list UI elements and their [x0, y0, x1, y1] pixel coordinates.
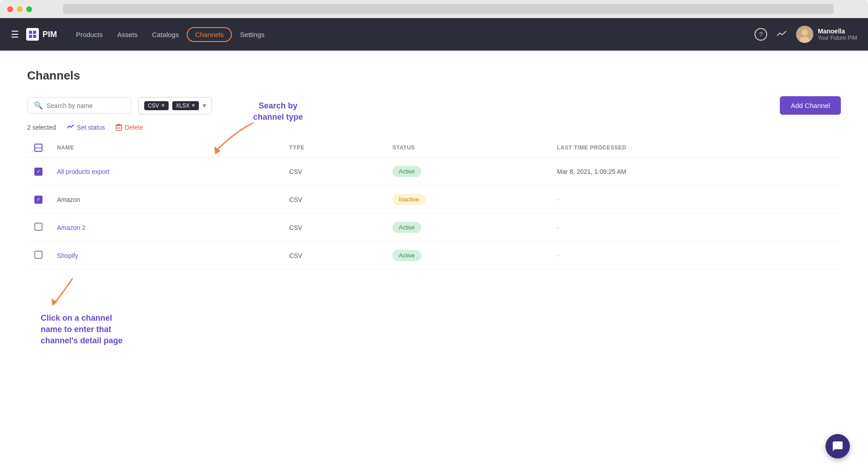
svg-rect-11	[118, 124, 120, 125]
nav-catalogs[interactable]: Catalogs	[146, 27, 185, 42]
add-channel-button[interactable]: Add Channel	[780, 96, 841, 115]
indeterminate-icon: —	[35, 144, 42, 151]
toolbar: 🔍 CSV ✕ XLSX ✕ ▾ Add Channel	[27, 96, 841, 115]
status-badge: Active	[392, 166, 421, 177]
user-info: Manoella Your Future PIM	[818, 28, 857, 41]
row-checkbox-1[interactable]: ✓	[34, 168, 42, 176]
svg-rect-7	[116, 126, 122, 131]
search-input[interactable]	[47, 102, 124, 109]
dot-red[interactable]	[7, 6, 13, 12]
svg-rect-1	[33, 31, 36, 34]
page-title: Channels	[27, 69, 841, 83]
main-content: Channels 🔍 CSV ✕ XLSX ✕ ▾ Add Channel 2 …	[0, 51, 868, 472]
svg-point-5	[802, 29, 808, 36]
chat-bubble[interactable]	[826, 434, 850, 458]
nav-channels[interactable]: Channels	[187, 27, 231, 42]
url-bar[interactable]	[63, 4, 834, 14]
delete-icon	[116, 124, 122, 131]
delete-label: Delete	[125, 124, 143, 131]
avatar	[796, 26, 813, 43]
filter-tag-xlsx-label: XLSX	[176, 103, 190, 109]
dot-yellow[interactable]	[17, 6, 23, 12]
svg-marker-13	[52, 299, 57, 306]
channel-link-4[interactable]: Shopify	[57, 252, 78, 259]
row-name: All products export	[50, 158, 282, 186]
search-box[interactable]: 🔍	[27, 97, 131, 114]
topnav: ☰ PIM Products Assets Catalogs Channels …	[0, 18, 868, 51]
row-status: Active	[385, 158, 550, 186]
select-all-checkbox[interactable]: —	[34, 144, 42, 152]
bulk-actions: 2 selected Set status Delete	[27, 124, 841, 131]
header-last-processed: LAST TIME PROCESSED	[550, 138, 841, 158]
delete-button[interactable]: Delete	[116, 124, 143, 131]
row-checkbox-cell: ✓	[27, 186, 50, 214]
nav-settings[interactable]: Settings	[234, 27, 271, 42]
row-last-processed: -	[550, 242, 841, 270]
window-chrome	[0, 0, 868, 18]
status-badge: Active	[392, 250, 421, 261]
set-status-button[interactable]: Set status	[67, 124, 105, 131]
channel-link-3[interactable]: Amazon 2	[57, 224, 85, 231]
row-checkbox-3[interactable]	[34, 223, 42, 231]
channels-table: — NAME TYPE STATUS LAST TIME PROCESSED ✓…	[27, 138, 841, 270]
annotation-text-click: Click on a channelname to enter thatchan…	[41, 313, 123, 347]
channel-link-1[interactable]: All products export	[57, 168, 109, 175]
row-checkbox-cell	[27, 242, 50, 270]
hamburger-icon[interactable]: ☰	[11, 29, 19, 40]
pim-logo[interactable]: PIM	[26, 28, 57, 41]
header-type: TYPE	[282, 138, 385, 158]
filter-dropdown[interactable]: CSV ✕ XLSX ✕ ▾	[138, 97, 212, 114]
header-status: STATUS	[385, 138, 550, 158]
row-last-processed: -	[550, 214, 841, 242]
status-badge: Active	[392, 222, 421, 233]
row-type: CSV	[282, 214, 385, 242]
row-type: CSV	[282, 242, 385, 270]
row-name: Amazon 2	[50, 214, 282, 242]
user-subtitle: Your Future PIM	[818, 35, 857, 41]
annotation-arrow-click	[45, 274, 81, 310]
row-checkbox-2[interactable]: ✓	[34, 196, 42, 204]
logo-text: PIM	[42, 30, 57, 39]
set-status-label: Set status	[77, 124, 105, 131]
row-name: Shopify	[50, 242, 282, 270]
row-checkbox-cell: ✓	[27, 158, 50, 186]
row-last-processed: -	[550, 186, 841, 214]
annotation-click-channel: Click on a channelname to enter thatchan…	[41, 297, 123, 347]
svg-rect-0	[29, 31, 32, 34]
set-status-icon	[67, 124, 74, 131]
search-icon: 🔍	[34, 101, 43, 110]
svg-rect-2	[29, 35, 32, 38]
logo-icon	[26, 28, 39, 41]
table-row: Amazon 2CSVActive-	[27, 214, 841, 242]
nav-assets[interactable]: Assets	[111, 27, 144, 42]
filter-tag-xlsx: XLSX ✕	[172, 101, 199, 110]
filter-tag-csv-remove[interactable]: ✕	[161, 103, 165, 108]
row-name: Amazon	[50, 186, 282, 214]
channel-link-2[interactable]: Amazon	[57, 196, 80, 203]
topnav-right: ? Manoella Your Future PIM	[755, 26, 857, 43]
row-last-processed: Mar 8, 2021, 1:09:25 AM	[550, 158, 841, 186]
table-row: ShopifyCSVActive-	[27, 242, 841, 270]
dot-green[interactable]	[26, 6, 32, 12]
help-icon[interactable]: ?	[755, 28, 767, 41]
nav-products[interactable]: Products	[70, 27, 109, 42]
header-checkbox-cell: —	[27, 138, 50, 158]
trend-icon[interactable]	[776, 29, 787, 40]
filter-chevron-icon: ▾	[203, 101, 206, 110]
filter-tag-xlsx-remove[interactable]: ✕	[191, 103, 195, 108]
row-status: Active	[385, 242, 550, 270]
row-type: CSV	[282, 186, 385, 214]
filter-tag-csv: CSV ✕	[144, 101, 169, 110]
user-name: Manoella	[818, 28, 857, 35]
row-checkbox-4[interactable]	[34, 251, 42, 259]
user-section[interactable]: Manoella Your Future PIM	[796, 26, 857, 43]
table-row: ✓All products exportCSVActiveMar 8, 2021…	[27, 158, 841, 186]
selected-count: 2 selected	[27, 124, 56, 131]
row-checkbox-cell	[27, 214, 50, 242]
chat-icon	[832, 440, 844, 452]
filter-tag-csv-label: CSV	[148, 103, 159, 109]
svg-rect-3	[33, 35, 36, 38]
nav-items: Products Assets Catalogs Channels Settin…	[70, 27, 751, 42]
row-status: Active	[385, 214, 550, 242]
row-status: Inactive	[385, 186, 550, 214]
